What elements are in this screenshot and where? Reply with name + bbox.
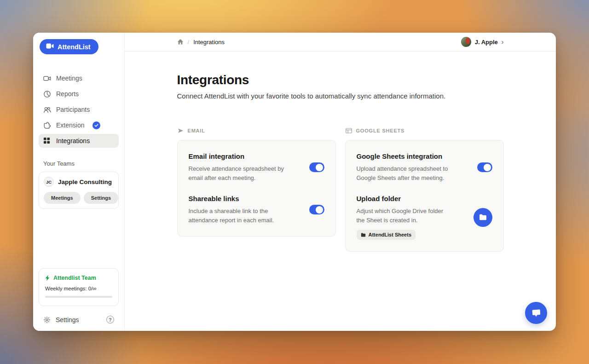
spreadsheet-icon — [346, 128, 352, 133]
team-card: JC Japple Consulting Meetings Settings — [39, 172, 119, 209]
settings-label: Settings — [56, 316, 79, 324]
video-camera-icon — [46, 43, 54, 51]
sidebar-item-extension[interactable]: Extension — [39, 118, 119, 132]
extension-verified-badge — [92, 121, 100, 129]
setting-title: Shareable links — [189, 195, 284, 202]
page-title: Integrations — [177, 73, 504, 87]
pie-chart-icon — [43, 90, 51, 98]
sidebar: AttendList Meetings Reports Participants — [33, 33, 125, 331]
video-camera-icon — [43, 75, 51, 82]
google-sheets-section-label: GOOGLE SHEETS — [356, 128, 405, 133]
setting-description: Upload attendance spreadsheet to Google … — [357, 164, 452, 182]
email-integration-toggle[interactable] — [309, 162, 324, 172]
email-section: EMAIL Email integration Receive attendan… — [177, 128, 336, 237]
upload-folder-row: Upload folder Adjust which Google Drive … — [357, 195, 492, 240]
plan-card: Attendlist Team Weekly meetings: 0/∞ — [39, 268, 119, 306]
team-meetings-button[interactable]: Meetings — [44, 192, 81, 204]
choose-folder-button[interactable] — [474, 208, 492, 227]
user-menu[interactable]: J. Apple › — [461, 37, 504, 47]
sidebar-item-label: Integrations — [56, 137, 90, 144]
puzzle-piece-icon — [43, 121, 51, 129]
grid-icon — [43, 137, 51, 145]
google-sheets-card: Google Sheets integration Upload attenda… — [345, 140, 504, 252]
setting-title: Email integration — [189, 152, 284, 160]
setting-description: Receive attendance spreadsheet by email … — [189, 164, 284, 182]
shareable-links-row: Shareable links Include a shareable link… — [189, 195, 324, 225]
sidebar-item-meetings[interactable]: Meetings — [39, 71, 119, 85]
sidebar-item-label: Participants — [56, 106, 90, 113]
question-mark-icon: ? — [109, 317, 111, 323]
email-section-header: EMAIL — [177, 128, 336, 133]
breadcrumb-separator: / — [188, 39, 190, 46]
sidebar-spacer — [39, 209, 119, 268]
chevron-right-icon: › — [502, 39, 504, 45]
page-subtitle: Connect AttendList with your favorite to… — [177, 92, 504, 100]
help-button[interactable]: ? — [106, 316, 114, 324]
folder-icon — [479, 214, 487, 220]
sidebar-item-label: Reports — [56, 90, 79, 98]
app-window: AttendList Meetings Reports Participants — [33, 33, 556, 331]
setting-description: Include a shareable link to the attendan… — [189, 207, 284, 225]
setting-title: Google Sheets integration — [357, 152, 452, 160]
row-text: Email integration Receive attendance spr… — [189, 152, 284, 182]
gear-icon — [43, 316, 51, 324]
team-buttons: Meetings Settings — [44, 192, 114, 204]
email-integration-row: Email integration Receive attendance spr… — [189, 152, 324, 182]
folder-icon — [361, 233, 366, 237]
plan-progress-bar — [45, 296, 112, 298]
sidebar-item-label: Meetings — [56, 75, 82, 82]
user-name: J. Apple — [475, 39, 498, 46]
email-section-label: EMAIL — [188, 128, 205, 133]
chip-label: AttendList Sheets — [369, 232, 412, 237]
content: Integrations Connect AttendList with you… — [125, 52, 556, 331]
shareable-links-toggle[interactable] — [309, 205, 324, 214]
sidebar-item-label: Extension — [56, 121, 84, 129]
google-sheets-section: GOOGLE SHEETS Google Sheets integration … — [345, 128, 504, 252]
team-settings-button[interactable]: Settings — [84, 192, 118, 204]
sidebar-item-integrations[interactable]: Integrations — [39, 134, 119, 148]
lightning-bolt-icon — [45, 275, 50, 281]
your-teams-label: Your Teams — [43, 160, 119, 167]
plan-team-name: Attendlist Team — [53, 275, 96, 281]
home-icon[interactable] — [177, 39, 184, 45]
sidebar-item-participants[interactable]: Participants — [39, 103, 119, 116]
sheets-integration-row: Google Sheets integration Upload attenda… — [357, 152, 492, 182]
topbar: / Integrations J. Apple › — [125, 33, 556, 52]
sidebar-item-reports[interactable]: Reports — [39, 87, 119, 101]
sheets-integration-toggle[interactable] — [477, 162, 492, 172]
row-text: Upload folder Adjust which Google Drive … — [357, 195, 452, 240]
email-card: Email integration Receive attendance spr… — [177, 140, 336, 237]
row-text: Google Sheets integration Upload attenda… — [357, 152, 452, 182]
plan-usage-text: Weekly meetings: 0/∞ — [45, 286, 112, 291]
upload-folder-chip: AttendList Sheets — [357, 230, 416, 240]
team-row[interactable]: JC Japple Consulting — [44, 177, 114, 187]
chat-button[interactable] — [525, 302, 547, 324]
sidebar-nav: Meetings Reports Participants Extension — [39, 71, 119, 148]
team-avatar: JC — [44, 177, 54, 187]
people-icon — [43, 106, 51, 114]
breadcrumb-current[interactable]: Integrations — [193, 39, 225, 46]
team-name: Japple Consulting — [58, 179, 112, 185]
attendlist-logo-button[interactable]: AttendList — [40, 39, 98, 54]
send-icon — [178, 128, 184, 133]
setting-description: Adjust which Google Drive folder the She… — [357, 207, 452, 225]
avatar — [461, 37, 471, 47]
main-area: / Integrations J. Apple › Integrations C… — [125, 33, 556, 331]
plan-header: Attendlist Team — [45, 275, 112, 281]
row-text: Shareable links Include a shareable link… — [189, 195, 284, 225]
chat-bubble-icon — [531, 307, 542, 318]
google-sheets-section-header: GOOGLE SHEETS — [345, 128, 504, 133]
integration-sections: EMAIL Email integration Receive attendan… — [177, 128, 504, 252]
breadcrumb: / Integrations — [177, 39, 225, 46]
sidebar-settings[interactable]: Settings ? — [39, 312, 119, 324]
logo-label: AttendList — [58, 43, 91, 51]
setting-title: Upload folder — [357, 195, 452, 202]
